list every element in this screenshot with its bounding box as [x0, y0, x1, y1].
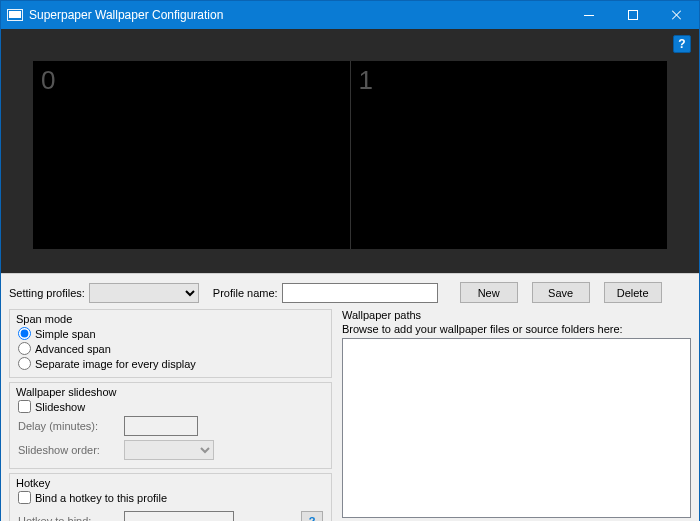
span-simple-label: Simple span — [35, 328, 96, 340]
new-button[interactable]: New — [460, 282, 518, 303]
hotkey-bind-label: Hotkey to bind: — [18, 515, 118, 521]
delete-button[interactable]: Delete — [604, 282, 662, 303]
paths-listbox[interactable] — [342, 338, 691, 518]
span-separate-input[interactable] — [18, 357, 31, 370]
profiles-label: Setting profiles: — [9, 287, 85, 299]
profile-name-input[interactable] — [282, 283, 438, 303]
maximize-button[interactable] — [611, 1, 655, 29]
hotkey-check-input[interactable] — [18, 491, 31, 504]
span-separate-label: Separate image for every display — [35, 358, 196, 370]
monitor-label: 0 — [41, 65, 55, 96]
hotkey-help-button[interactable]: ? — [301, 511, 323, 521]
paths-hint: Browse to add your wallpaper files or so… — [342, 323, 691, 335]
span-advanced-input[interactable] — [18, 342, 31, 355]
slideshow-check-label: Slideshow — [35, 401, 85, 413]
slideshow-checkbox[interactable]: Slideshow — [18, 399, 323, 414]
span-mode-group: Span mode Simple span Advanced span Sepa… — [9, 309, 332, 378]
hotkey-legend: Hotkey — [14, 477, 52, 489]
app-icon — [7, 8, 23, 22]
profile-row: Setting profiles: Profile name: New Save… — [9, 280, 691, 309]
wallpaper-paths-group: Wallpaper paths Browse to add your wallp… — [342, 309, 691, 521]
svg-rect-2 — [9, 11, 21, 18]
span-advanced-radio[interactable]: Advanced span — [18, 341, 323, 356]
order-label: Slideshow order: — [18, 444, 118, 456]
monitor-0[interactable]: 0 — [33, 61, 350, 249]
hotkey-group: Hotkey Bind a hotkey to this profile Hot… — [9, 473, 332, 521]
help-icon[interactable]: ? — [673, 35, 691, 53]
monitor-label: 1 — [359, 65, 373, 96]
paths-legend: Wallpaper paths — [342, 309, 691, 321]
order-select — [124, 440, 214, 460]
slideshow-group: Wallpaper slideshow Slideshow Delay (min… — [9, 382, 332, 469]
slideshow-check-input[interactable] — [18, 400, 31, 413]
delay-input — [124, 416, 198, 436]
save-button[interactable]: Save — [532, 282, 590, 303]
titlebar: Superpaper Wallpaper Configuration — [1, 1, 699, 29]
span-simple-input[interactable] — [18, 327, 31, 340]
preview-area: ? 0 1 — [1, 29, 699, 273]
slideshow-legend: Wallpaper slideshow — [14, 386, 118, 398]
window-title: Superpaper Wallpaper Configuration — [29, 8, 223, 22]
profiles-select[interactable] — [89, 283, 199, 303]
span-separate-radio[interactable]: Separate image for every display — [18, 356, 323, 371]
monitor-1[interactable]: 1 — [350, 61, 668, 249]
hotkey-checkbox[interactable]: Bind a hotkey to this profile — [18, 490, 323, 505]
close-window-button[interactable] — [655, 1, 699, 29]
span-advanced-label: Advanced span — [35, 343, 111, 355]
span-simple-radio[interactable]: Simple span — [18, 326, 323, 341]
delay-label: Delay (minutes): — [18, 420, 118, 432]
hotkey-input — [124, 511, 234, 521]
span-mode-legend: Span mode — [14, 313, 74, 325]
hotkey-check-label: Bind a hotkey to this profile — [35, 492, 167, 504]
minimize-button[interactable] — [567, 1, 611, 29]
monitor-preview: 0 1 — [33, 61, 667, 249]
profile-name-label: Profile name: — [213, 287, 278, 299]
